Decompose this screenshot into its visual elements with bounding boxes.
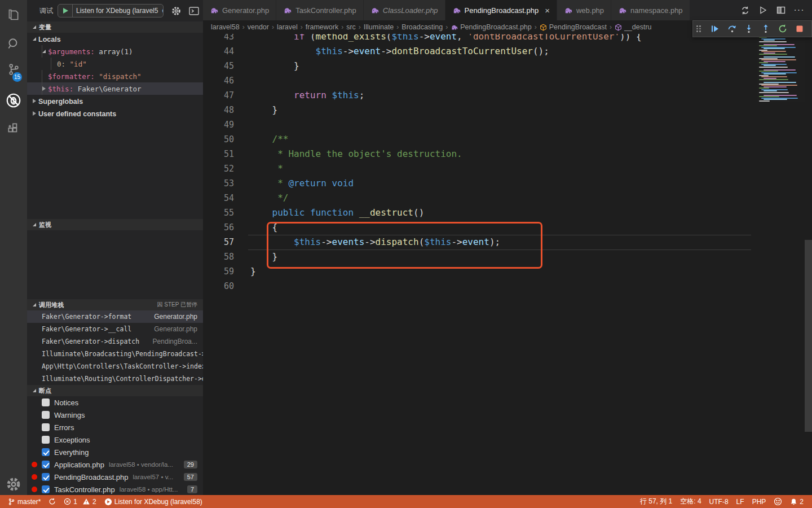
tab-pendingbroadcast-php[interactable]: PendingBroadcast.php× xyxy=(445,0,557,20)
code-line-53[interactable]: 53 * @return void xyxy=(203,176,812,191)
variable-row[interactable]: $formatter: "dispatch" xyxy=(27,70,203,82)
stack-frame[interactable]: Illuminate\Routing\ControllerDispatcher-… xyxy=(27,373,203,385)
checkbox-icon[interactable] xyxy=(42,411,50,419)
minimap[interactable] xyxy=(757,35,805,102)
sync-icon[interactable] xyxy=(739,4,751,16)
code-line-51[interactable]: 51 * Handle the object's destruction. xyxy=(203,147,812,161)
debug-config-dropdown[interactable]: Listen for XDebug (laravel5 ▲▼ xyxy=(58,4,164,17)
more-actions-icon[interactable]: ··· xyxy=(793,4,805,16)
debug-settings-gear-icon[interactable] xyxy=(171,6,181,16)
step-into-button[interactable] xyxy=(740,21,757,37)
tab-generator-php[interactable]: Generator.php xyxy=(203,0,276,20)
breakpoint-file-application-php[interactable]: Application.phplaravel58 • vendor/la...2… xyxy=(27,458,203,471)
debug-status-item[interactable]: Listen for XDebug (laravel58) xyxy=(100,495,206,508)
callstack-section-header[interactable]: 调用堆栈 因 STEP 已暂停 xyxy=(27,299,203,310)
breakpoints-section-header[interactable]: 断点 xyxy=(27,385,203,396)
language-mode-item[interactable]: PHP xyxy=(748,498,770,506)
cursor-position-item[interactable]: 行 57, 列 1 xyxy=(636,497,676,506)
variable-row[interactable]: Superglobals xyxy=(27,95,203,107)
breadcrumb-item[interactable]: Broadcasting xyxy=(401,23,443,31)
code-line-52[interactable]: 52 * xyxy=(203,161,812,176)
code-line-44[interactable]: 44 $this->event->dontBroadcastToCurrentU… xyxy=(203,44,812,59)
code-line-46[interactable]: 46 xyxy=(203,73,812,88)
checkbox-icon[interactable] xyxy=(42,398,50,406)
run-icon[interactable] xyxy=(757,4,769,16)
eol-item[interactable]: LF xyxy=(732,498,748,506)
code-editor[interactable]: 43 if (method_exists($this->event, 'dont… xyxy=(203,0,812,495)
variable-row[interactable]: Locals xyxy=(27,33,203,45)
code-line-48[interactable]: 48 } xyxy=(203,103,812,117)
explorer-icon[interactable] xyxy=(0,5,27,27)
code-line-50[interactable]: 50 /** xyxy=(203,132,812,147)
debug-console-icon[interactable] xyxy=(189,7,199,15)
checkbox-icon[interactable] xyxy=(42,448,50,456)
breakpoint-toggle-errors[interactable]: Errors xyxy=(27,421,203,433)
stack-frame[interactable]: Faker\Generator->dispatchPendingBroa... xyxy=(27,335,203,348)
feedback-item[interactable] xyxy=(770,497,786,506)
stack-frame[interactable]: Faker\Generator->formatGenerator.php xyxy=(27,310,203,323)
breadcrumb-item[interactable]: framework xyxy=(306,23,338,31)
variable-row[interactable]: $arguments: array(1) xyxy=(27,45,203,58)
breadcrumb-item[interactable]: laravel xyxy=(277,23,298,31)
expanded-twistie-icon[interactable] xyxy=(42,50,46,53)
step-out-button[interactable] xyxy=(757,21,774,37)
git-branch-item[interactable]: master* xyxy=(0,495,45,508)
tab-taskcontroller-php[interactable]: TaskController.php xyxy=(276,0,364,20)
checkbox-icon[interactable] xyxy=(42,473,50,481)
collapsed-twistie-icon[interactable] xyxy=(33,99,36,103)
expanded-twistie-icon[interactable] xyxy=(33,37,36,41)
settings-gear-icon[interactable] xyxy=(0,473,27,496)
scrollbar-thumb[interactable] xyxy=(805,240,812,432)
sync-status-item[interactable] xyxy=(45,495,60,508)
code-line-57[interactable]: 57 $this->events->dispatch($this->event)… xyxy=(203,235,812,249)
breakpoint-toggle-notices[interactable]: Notices xyxy=(27,396,203,409)
notifications-item[interactable]: 2 xyxy=(786,498,807,506)
code-line-45[interactable]: 45 } xyxy=(203,59,812,73)
encoding-item[interactable]: UTF-8 xyxy=(705,498,732,506)
watch-section-header[interactable]: 监视 xyxy=(27,219,203,230)
tab-classloader-php[interactable]: ClassLoader.php xyxy=(364,0,445,20)
checkbox-icon[interactable] xyxy=(42,461,50,468)
breakpoint-toggle-exceptions[interactable]: Exceptions xyxy=(27,433,203,446)
step-over-button[interactable] xyxy=(723,21,740,37)
breadcrumb-item[interactable]: Illuminate xyxy=(364,23,394,31)
tab-web-php[interactable]: web.php xyxy=(557,0,611,20)
breadcrumb-item[interactable]: PendingBroadcast xyxy=(540,23,607,31)
stack-frame[interactable]: Illuminate\Broadcasting\PendingBroadcast… xyxy=(27,348,203,360)
checkbox-icon[interactable] xyxy=(42,423,50,431)
code-line-54[interactable]: 54 */ xyxy=(203,191,812,205)
breakpoint-file-pendingbroadcast-php[interactable]: PendingBroadcast.phplaravel57 • v...57 xyxy=(27,471,203,483)
code-line-47[interactable]: 47 return $this; xyxy=(203,88,812,103)
variable-row[interactable]: $this: Faker\Generator xyxy=(27,82,203,95)
breakpoint-file-taskcontroller-php[interactable]: TaskController.phplaravel58 • app/Htt...… xyxy=(27,483,203,496)
source-control-icon[interactable]: 15 xyxy=(0,59,27,81)
breadcrumb-item[interactable]: laravel58 xyxy=(211,23,240,31)
code-line-55[interactable]: 55 public function __destruct() xyxy=(203,205,812,220)
checkbox-icon[interactable] xyxy=(42,485,50,493)
tab-namespace-php[interactable]: namespace.php xyxy=(611,0,690,20)
stack-frame[interactable]: App\Http\Controllers\TaskController->ind… xyxy=(27,360,203,373)
debug-icon[interactable] xyxy=(0,89,27,112)
code-line-49[interactable]: 49 xyxy=(203,117,812,132)
start-debug-icon[interactable] xyxy=(58,5,73,17)
variables-section-header[interactable]: 变量 xyxy=(27,21,203,33)
stop-button[interactable] xyxy=(791,21,808,37)
close-icon[interactable]: × xyxy=(545,6,550,15)
collapsed-twistie-icon[interactable] xyxy=(42,86,46,91)
code-line-58[interactable]: 58 } xyxy=(203,249,812,264)
collapsed-twistie-icon[interactable] xyxy=(33,111,36,116)
indentation-item[interactable]: 空格: 4 xyxy=(676,497,705,506)
split-editor-icon[interactable] xyxy=(775,4,787,16)
restart-button[interactable] xyxy=(774,21,791,37)
extensions-icon[interactable] xyxy=(0,117,27,140)
breakpoint-toggle-everything[interactable]: Everything xyxy=(27,446,203,458)
breakpoint-toggle-warnings[interactable]: Warnings xyxy=(27,409,203,421)
variable-row[interactable]: 0: "id" xyxy=(27,58,203,70)
breadcrumb-item[interactable]: __destru xyxy=(615,23,652,31)
problems-item[interactable]: 1 2 xyxy=(60,495,100,508)
code-line-56[interactable]: 56 { xyxy=(203,220,812,235)
stack-frame[interactable]: Faker\Generator->__callGenerator.php xyxy=(27,323,203,335)
checkbox-icon[interactable] xyxy=(42,436,50,444)
breadcrumb-item[interactable]: PendingBroadcast.php xyxy=(451,23,531,31)
variable-row[interactable]: User defined constants xyxy=(27,107,203,120)
